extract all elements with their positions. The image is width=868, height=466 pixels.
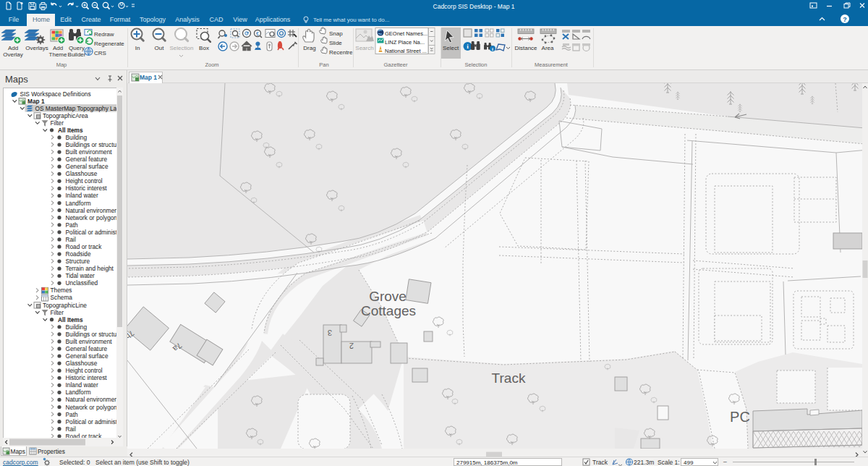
svg-text:General surface: General surface bbox=[66, 163, 109, 170]
svg-text:Network or polygon clo: Network or polygon clo bbox=[66, 404, 124, 411]
svg-text:Rail: Rail bbox=[66, 425, 76, 433]
svg-text:Inland water: Inland water bbox=[66, 381, 98, 389]
svg-text:Road or track: Road or track bbox=[66, 243, 103, 250]
svg-text:3: 3 bbox=[328, 329, 332, 337]
svg-text:Cottages: Cottages bbox=[361, 303, 416, 318]
svg-text:€: € bbox=[256, 31, 259, 36]
svg-text:Glasshouse: Glasshouse bbox=[66, 360, 98, 367]
svg-text:Map 1: Map 1 bbox=[27, 98, 45, 105]
svg-text:Natural environment: Natural environment bbox=[66, 207, 120, 214]
svg-text:OS MasterMap Topography Layer: OS MasterMap Topography Layer (OS bbox=[35, 105, 124, 112]
svg-text:Political or administrativ: Political or administrativ bbox=[66, 229, 124, 236]
svg-text:Glasshouse: Glasshouse bbox=[66, 170, 98, 177]
svg-text:All Items: All Items bbox=[58, 316, 83, 323]
svg-text:2: 2 bbox=[349, 342, 354, 350]
svg-text:Historic interest: Historic interest bbox=[66, 185, 108, 192]
svg-text:Height control: Height control bbox=[66, 367, 103, 374]
svg-text:Landform: Landform bbox=[66, 200, 91, 207]
svg-text:Path: Path bbox=[66, 221, 78, 229]
svg-text:Natural environment: Natural environment bbox=[66, 396, 120, 403]
svg-text:General feature: General feature bbox=[66, 156, 108, 163]
svg-text:Unclassified: Unclassified bbox=[66, 279, 98, 287]
svg-text:TopographicLine: TopographicLine bbox=[43, 302, 87, 309]
svg-text:Grove: Grove bbox=[369, 289, 407, 304]
svg-text:Building: Building bbox=[66, 323, 88, 331]
svg-text:Historic interest: Historic interest bbox=[66, 374, 108, 381]
svg-text:Themes: Themes bbox=[51, 287, 72, 294]
svg-text:Path: Path bbox=[66, 411, 78, 418]
svg-text:Height control: Height control bbox=[66, 177, 103, 185]
svg-text:Maps: Maps bbox=[11, 448, 25, 455]
svg-text:Political or administrativ: Political or administrativ bbox=[66, 418, 124, 425]
svg-text:i: i bbox=[492, 46, 493, 51]
svg-text:?: ? bbox=[843, 16, 847, 23]
svg-text:Terrain and height: Terrain and height bbox=[66, 265, 114, 272]
svg-text:Building: Building bbox=[66, 134, 88, 141]
svg-text:Filter: Filter bbox=[51, 119, 64, 127]
svg-text:Rail: Rail bbox=[66, 236, 76, 243]
svg-text:Built environment: Built environment bbox=[66, 338, 113, 345]
svg-text:Tidal water: Tidal water bbox=[66, 272, 95, 279]
svg-text:Landform: Landform bbox=[66, 389, 91, 396]
svg-text:Built environment: Built environment bbox=[66, 148, 113, 156]
svg-text:Network or polygon clo: Network or polygon clo bbox=[66, 214, 124, 221]
svg-text:Track: Track bbox=[492, 370, 526, 386]
svg-text:General feature: General feature bbox=[66, 345, 108, 352]
svg-text:Inland water: Inland water bbox=[66, 192, 98, 199]
svg-text:Schema: Schema bbox=[51, 294, 73, 301]
svg-text:SIS Workspace Definitions: SIS Workspace Definitions bbox=[20, 90, 91, 98]
svg-text:General surface: General surface bbox=[66, 352, 109, 360]
svg-text:Buildings or structure: Buildings or structure bbox=[66, 331, 122, 338]
svg-text:Filter: Filter bbox=[51, 309, 64, 316]
svg-text:Structure: Structure bbox=[66, 258, 90, 265]
svg-text:Buildings or structure: Buildings or structure bbox=[66, 141, 122, 148]
svg-text:All Items: All Items bbox=[58, 127, 83, 134]
svg-text:Roadside: Roadside bbox=[66, 250, 91, 258]
svg-text:PC: PC bbox=[730, 409, 750, 425]
svg-text:Properties: Properties bbox=[38, 448, 65, 455]
svg-text:TopographicArea: TopographicArea bbox=[43, 112, 88, 119]
